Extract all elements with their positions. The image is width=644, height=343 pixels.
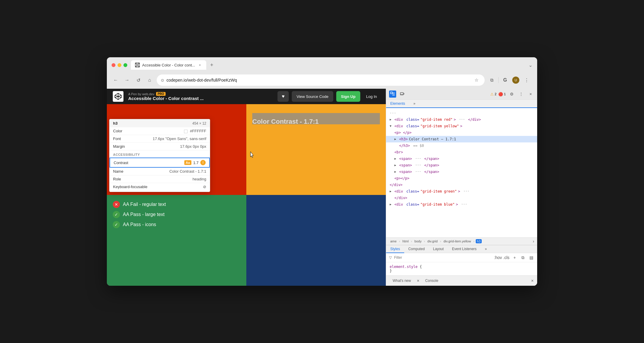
breadcrumb-divgridyellow[interactable]: div.grid-item.yellow: [442, 239, 472, 243]
extensions-icon[interactable]: ⧉: [488, 76, 496, 84]
element-line[interactable]: <p></p>: [386, 175, 537, 182]
maximize-button[interactable]: [123, 63, 127, 67]
breadcrumb-divgrid[interactable]: div.grid: [426, 239, 439, 243]
whats-new-close-button[interactable]: ×: [417, 278, 419, 283]
element-line[interactable]: ▶ <div class= "grid-item blue" > ···: [386, 201, 537, 208]
warning-triangle-icon: ⚠: [490, 92, 494, 96]
device-tool-button[interactable]: [399, 90, 406, 98]
pass-icon-2: ✓: [113, 221, 120, 228]
accessibility-section: ACCESSIBILITY Contrast Aa 1.7 ! Name Col…: [110, 150, 210, 192]
minimize-button[interactable]: [118, 63, 121, 67]
signup-button[interactable]: Sign Up: [336, 91, 360, 102]
google-icon[interactable]: G: [501, 76, 509, 84]
reload-button[interactable]: ↺: [134, 76, 142, 84]
console-tab[interactable]: Console: [422, 277, 441, 284]
keyboard-value: ⊘: [203, 185, 206, 189]
styles-tabs: Styles Computed Layout Event Listeners »: [386, 245, 537, 253]
element-line[interactable]: </div>: [386, 195, 537, 201]
active-tab[interactable]: Accessible Color - Color cont... ×: [131, 60, 206, 70]
acc-name-label: Name: [113, 169, 169, 174]
kebab-menu-button[interactable]: ⋮: [518, 90, 525, 98]
view-source-button[interactable]: View Source Code: [292, 91, 333, 102]
address-bar[interactable]: ⊙ codepen.io/web-dot-dev/full/PoeKzWq ☆: [157, 74, 485, 86]
pass-icon-1: ✓: [113, 211, 120, 218]
close-button[interactable]: [112, 63, 115, 67]
address-security-icon: ⊙: [161, 78, 164, 82]
styles-content: element.style { }: [386, 262, 537, 275]
menu-icon[interactable]: ⋮: [522, 76, 531, 84]
elements-content[interactable]: ··· ▶ <div class= "grid-item red" > ··· …: [386, 108, 537, 237]
inspector-margin-row: Margin 17.6px 0px 0px: [110, 143, 210, 150]
breadcrumb-h3[interactable]: h3: [476, 239, 482, 243]
pass-label-2: AA Pass - icons: [123, 222, 156, 227]
codepen-header: A Pen by web.dev PRO Accessible Color - …: [107, 89, 386, 104]
tab-elements[interactable]: Elements: [386, 100, 409, 108]
element-line[interactable]: ▶ <span> ··· </span>: [386, 169, 537, 175]
element-line[interactable]: <br>: [386, 149, 537, 155]
element-line[interactable]: ▶ <span> ··· </span>: [386, 162, 537, 169]
fail-label: AA Fail - regular text: [123, 202, 166, 207]
tab-more[interactable]: »: [409, 100, 420, 108]
svg-rect-14: [404, 93, 404, 94]
warning-badge: ⚠ 2: [490, 92, 497, 96]
close-devtools-button[interactable]: ×: [527, 90, 534, 98]
star-icon[interactable]: ☆: [472, 76, 480, 84]
element-line[interactable]: ▶ <div class= "grid-item red" > ··· </di…: [386, 116, 537, 123]
devtools-tabs: Elements »: [386, 100, 537, 108]
tab-list-icon[interactable]: ⌄: [529, 62, 532, 68]
settings-button[interactable]: ⚙: [508, 90, 515, 98]
element-line[interactable]: ▼ <div class= "grid-item yellow" >: [386, 123, 537, 129]
error-circle-icon: 🔴: [498, 92, 503, 96]
tab-layout[interactable]: Layout: [429, 245, 448, 253]
back-button[interactable]: ←: [112, 76, 120, 84]
element-line[interactable]: </div>: [386, 182, 537, 188]
heart-button[interactable]: ♥: [277, 91, 289, 102]
bottom-bar-close-button[interactable]: ×: [531, 278, 534, 283]
fail-item: ✕ AA Fail - regular text: [113, 201, 240, 208]
cls-button[interactable]: .cls: [503, 255, 509, 261]
new-tab-button[interactable]: +: [207, 61, 216, 69]
breadcrumb-next-icon[interactable]: ›: [533, 239, 534, 244]
pen-author: A Pen by web.dev: [128, 92, 154, 96]
font-value: 17.6px "Open Sans", sans-serif: [153, 136, 207, 141]
add-style-button[interactable]: +: [512, 255, 518, 261]
filter-input[interactable]: [394, 255, 493, 260]
devtools-panel: ⚠ 2 🔴 1 ⚙ ⋮ × Elements »: [386, 89, 537, 286]
element-line[interactable]: </h3> == $0: [386, 142, 537, 149]
pro-badge: PRO: [156, 92, 166, 96]
tab-event-listeners[interactable]: Event Listeners: [448, 245, 481, 253]
contrast-row[interactable]: Contrast Aa 1.7 !: [110, 158, 210, 168]
element-line[interactable]: <p> </p>: [386, 129, 537, 136]
breadcrumb-ame[interactable]: ame: [389, 239, 398, 243]
element-line[interactable]: ▶ <div class= "grid-item green" > ···: [386, 188, 537, 195]
copy-styles-button[interactable]: ⧉: [520, 255, 526, 261]
home-button[interactable]: ⌂: [145, 76, 154, 84]
title-bar-top: Accessible Color - Color cont... × + ⌄: [112, 60, 532, 70]
hov-button[interactable]: :hov: [495, 255, 501, 261]
bottom-bar: What's new × Console ×: [386, 275, 537, 286]
grid-item-blue: [246, 195, 386, 286]
element-line[interactable]: ▶ <span> ··· </span>: [386, 155, 537, 162]
codepen-logo[interactable]: [113, 91, 123, 102]
tab-more-styles[interactable]: »: [481, 245, 491, 253]
tab-title: Accessible Color - Color cont...: [142, 63, 195, 67]
font-label: Font: [113, 136, 153, 141]
profile-icon[interactable]: U: [512, 76, 520, 84]
forward-button[interactable]: →: [123, 76, 131, 84]
breadcrumb-body[interactable]: body: [413, 239, 423, 243]
element-style-close: }: [390, 269, 534, 273]
header-actions: ♥ View Source Code Sign Up Log In: [277, 91, 380, 102]
tab-computed[interactable]: Computed: [404, 245, 429, 253]
layout-button[interactable]: ▤: [528, 255, 534, 261]
acc-name-value: Color Contrast - 1.7:1: [169, 169, 206, 174]
color-contrast-heading: Color Contrast - 1.7:1: [252, 116, 380, 127]
inspect-tool-button[interactable]: [389, 90, 396, 98]
tab-close-button[interactable]: ×: [197, 63, 202, 67]
color-swatch: [184, 130, 188, 133]
whats-new-button[interactable]: What's new: [390, 277, 414, 284]
inspector-element-tag: h3: [113, 121, 118, 126]
breadcrumb-html[interactable]: html: [401, 239, 410, 243]
element-line-h3[interactable]: ▶ <h3> Color Contrast – 1.7:1: [386, 136, 537, 142]
tab-styles[interactable]: Styles: [386, 245, 404, 253]
login-button[interactable]: Log In: [363, 91, 380, 102]
